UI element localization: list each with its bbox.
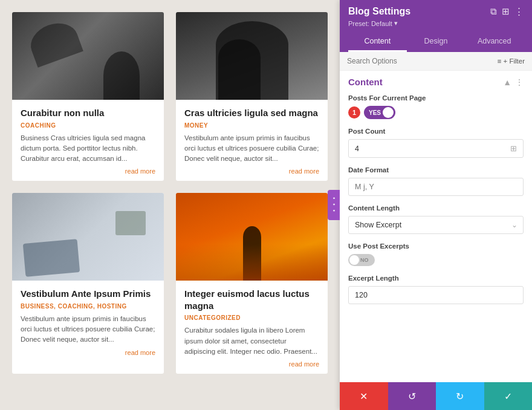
- toggle-yes-label: YES: [366, 109, 381, 116]
- use-post-excerpts-toggle[interactable]: NO: [348, 254, 375, 266]
- toggle-knob: [383, 107, 394, 118]
- tab-content[interactable]: Content: [348, 32, 407, 52]
- card-3-category: BUSINESS, COACHING, HOSTING: [21, 303, 155, 310]
- panel-title: Blog Settings: [348, 6, 410, 17]
- filter-icon: ≡: [498, 57, 502, 65]
- field-posts-current-page: Posts For Current Page 1 YES: [348, 94, 524, 119]
- badge-number-1: 1: [348, 106, 360, 119]
- card-3-body: Vestibulum Ante Ipsum Primis BUSINESS, C…: [12, 281, 164, 362]
- use-post-excerpts-label: Use Post Excerpts: [348, 242, 524, 250]
- blog-card-1: Curabitur non nulla COACHING Business Cr…: [12, 12, 164, 181]
- section-header-icons: ▲ ⋮: [503, 77, 524, 87]
- save-icon: ✓: [504, 391, 512, 402]
- floating-tab-icon: • • •: [331, 197, 337, 213]
- field-post-count: Post Count ⊞: [348, 128, 524, 158]
- redo-button[interactable]: ↻: [436, 382, 484, 410]
- excerpt-length-input[interactable]: [355, 291, 517, 299]
- card-2-excerpt: Vestibulum ante ipsum primis in faucibus…: [184, 133, 319, 164]
- date-format-input-wrapper: [348, 178, 524, 196]
- date-format-input[interactable]: [355, 183, 517, 191]
- redo-icon: ↻: [456, 391, 464, 402]
- post-count-label: Post Count: [348, 128, 524, 135]
- excerpt-length-input-wrapper: [348, 286, 524, 304]
- collapse-icon[interactable]: ▲: [503, 77, 511, 87]
- field-content-length: Content Length Show Excerpt Show Full Po…: [348, 204, 524, 234]
- card-3-excerpt: Vestibulum ante ipsum primis in faucibus…: [21, 314, 155, 345]
- content-length-select[interactable]: Show Excerpt Show Full Post: [348, 216, 524, 234]
- panel-search-bar: ≡ + Filter: [340, 52, 532, 71]
- post-count-input-wrapper: ⊞: [348, 139, 524, 158]
- section-more-icon[interactable]: ⋮: [515, 77, 524, 87]
- post-count-input[interactable]: [355, 145, 510, 153]
- panel-header: Blog Settings ⧉ ⊞ ⋮ Preset: Default ▾ Co…: [340, 0, 532, 52]
- blog-card-3: Vestibulum Ante Ipsum Primis BUSINESS, C…: [12, 193, 164, 374]
- cancel-button[interactable]: ✕: [340, 382, 388, 410]
- card-1-title: Curabitur non nulla: [21, 107, 155, 119]
- save-button[interactable]: ✓: [484, 382, 533, 410]
- panel-preset[interactable]: Preset: Default ▾: [348, 19, 524, 27]
- panel-header-icons: ⧉ ⊞ ⋮: [490, 6, 524, 17]
- card-3-readmore[interactable]: read more: [21, 349, 155, 356]
- use-post-excerpts-toggle-container: NO: [348, 254, 524, 266]
- card-2-image: [176, 12, 328, 100]
- filter-button[interactable]: ≡ + Filter: [498, 57, 525, 65]
- card-4-excerpt: Curabitur sodales ligula in libero Lorem…: [184, 325, 319, 357]
- card-4-category: UNCATEGORIZED: [184, 314, 319, 321]
- content-length-label: Content Length: [348, 204, 524, 212]
- card-4-body: Integer euismod lacus luctus magna UNCAT…: [176, 281, 328, 374]
- toggle-small-knob: [349, 255, 359, 265]
- posts-current-page-label: Posts For Current Page: [348, 94, 524, 102]
- panel-header-top: Blog Settings ⧉ ⊞ ⋮: [348, 6, 524, 17]
- card-3-title: Vestibulum Ante Ipsum Primis: [21, 288, 155, 300]
- floating-side-tab[interactable]: • • •: [328, 190, 340, 220]
- field-date-format: Date Format: [348, 166, 524, 196]
- columns-icon[interactable]: ⊞: [502, 6, 510, 17]
- preset-label: Preset: Default: [348, 20, 392, 27]
- blog-grid: Curabitur non nulla COACHING Business Cr…: [12, 12, 328, 374]
- blog-card-4: Integer euismod lacus luctus magna UNCAT…: [176, 193, 328, 374]
- cancel-icon: ✕: [360, 391, 368, 402]
- posts-toggle-container: 1 YES: [348, 106, 524, 119]
- tab-design[interactable]: Design: [407, 32, 465, 52]
- card-2-body: Cras ultricies ligula sed magna MONEY Ve…: [176, 100, 328, 181]
- blog-grid-area: Curabitur non nulla COACHING Business Cr…: [0, 0, 340, 410]
- content-length-select-wrapper: Show Excerpt Show Full Post ⌄: [348, 216, 524, 234]
- more-options-icon[interactable]: ⋮: [514, 6, 524, 17]
- card-2-readmore[interactable]: read more: [184, 168, 319, 175]
- card-4-image: [176, 193, 328, 281]
- card-1-category: COACHING: [21, 122, 155, 129]
- card-1-readmore[interactable]: read more: [21, 168, 155, 175]
- search-input[interactable]: [347, 57, 498, 65]
- card-4-readmore[interactable]: read more: [184, 360, 319, 368]
- card-1-image: [12, 12, 164, 100]
- date-format-label: Date Format: [348, 166, 524, 174]
- panel-footer: ✕ ↺ ↻ ✓: [340, 382, 532, 410]
- undo-button[interactable]: ↺: [388, 382, 436, 410]
- tab-advanced[interactable]: Advanced: [465, 32, 524, 52]
- field-excerpt-length: Excerpt Length: [348, 275, 524, 304]
- panel-body: Content ▲ ⋮ Posts For Current Page 1 YES: [340, 71, 532, 382]
- preset-arrow: ▾: [394, 19, 398, 27]
- undo-icon: ↺: [408, 391, 416, 402]
- card-3-image: [12, 193, 164, 281]
- card-4-title: Integer euismod lacus luctus magna: [184, 288, 319, 311]
- excerpt-length-label: Excerpt Length: [348, 275, 524, 282]
- posts-current-page-toggle[interactable]: YES: [364, 106, 395, 119]
- blog-card-2: Cras ultricies ligula sed magna MONEY Ve…: [176, 12, 328, 181]
- card-1-excerpt: Business Cras ultricies ligula sed magna…: [21, 133, 155, 164]
- card-1-body: Curabitur non nulla COACHING Business Cr…: [12, 100, 164, 181]
- content-section-header: Content ▲ ⋮: [348, 77, 524, 87]
- card-2-category: MONEY: [184, 122, 319, 129]
- field-use-post-excerpts: Use Post Excerpts NO: [348, 242, 524, 266]
- settings-panel: Blog Settings ⧉ ⊞ ⋮ Preset: Default ▾ Co…: [340, 0, 532, 410]
- content-section-title: Content: [348, 77, 383, 87]
- filter-label: + Filter: [504, 57, 525, 65]
- window-icon[interactable]: ⧉: [490, 6, 497, 17]
- post-count-spinner-icon[interactable]: ⊞: [510, 144, 517, 153]
- card-2-title: Cras ultricies ligula sed magna: [184, 107, 319, 119]
- panel-tabs: Content Design Advanced: [348, 32, 524, 52]
